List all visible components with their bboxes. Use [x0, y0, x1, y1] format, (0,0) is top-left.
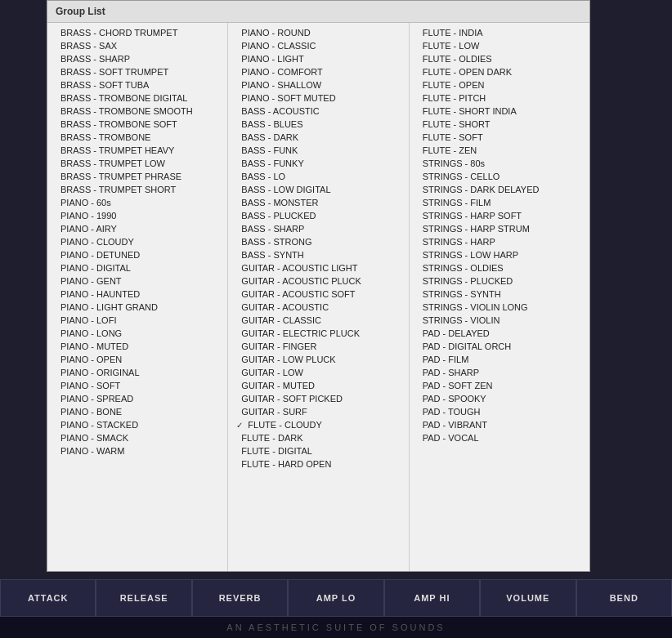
dropdown-item[interactable]: STRINGS - FILM — [410, 196, 589, 209]
dropdown-item[interactable]: BASS - FUNK — [228, 144, 408, 157]
dropdown-item[interactable]: PIANO - GENT — [47, 274, 227, 288]
dropdown-item[interactable]: PIANO - CLOUDY — [47, 235, 227, 248]
dropdown-item[interactable]: STRINGS - DARK DELAYED — [410, 183, 589, 196]
dropdown-item[interactable]: FLUTE - OPEN — [410, 78, 589, 91]
dropdown-item[interactable]: PAD - SPOOKY — [410, 392, 589, 405]
dropdown-item[interactable]: PIANO - ROUND — [228, 26, 408, 39]
dropdown-item[interactable]: STRINGS - CELLO — [410, 170, 589, 183]
dropdown-item[interactable]: PIANO - AIRY — [47, 222, 227, 235]
dropdown-item[interactable]: PIANO - SHALLOW — [228, 78, 408, 91]
amp-lo-button[interactable]: AMP LO — [288, 579, 383, 617]
dropdown-item[interactable]: BRASS - SAX — [47, 39, 227, 52]
dropdown-item[interactable]: PIANO - OPEN — [47, 353, 227, 366]
dropdown-item[interactable]: GUITAR - LOW — [228, 366, 408, 379]
dropdown-item[interactable]: GUITAR - CLASSIC — [228, 314, 408, 327]
dropdown-item[interactable]: BASS - STRONG — [228, 235, 408, 248]
dropdown-item[interactable]: PIANO - LONG — [47, 327, 227, 340]
dropdown-item[interactable]: FLUTE - HARD OPEN — [228, 457, 408, 471]
dropdown-item[interactable]: STRINGS - PLUCKED — [410, 274, 589, 288]
dropdown-item[interactable]: PAD - SHARP — [410, 366, 589, 379]
dropdown-item[interactable]: PIANO - LIGHT GRAND — [47, 301, 227, 314]
dropdown-item[interactable]: BRASS - TROMBONE — [47, 131, 227, 144]
dropdown-item[interactable]: PAD - VOCAL — [410, 431, 589, 444]
dropdown-item[interactable]: STRINGS - LOW HARP — [410, 248, 589, 261]
volume-button[interactable]: VOLUME — [480, 579, 576, 617]
dropdown-item[interactable]: FLUTE - ZEN — [410, 144, 589, 157]
dropdown-item[interactable]: FLUTE - LOW — [410, 39, 589, 52]
dropdown-item[interactable]: BRASS - TRUMPET SHORT — [47, 183, 227, 196]
dropdown-item[interactable]: PIANO - SPREAD — [47, 392, 227, 405]
dropdown-item[interactable]: BRASS - SOFT TRUMPET — [47, 65, 227, 78]
dropdown-item[interactable]: PIANO - CLASSIC — [228, 39, 408, 52]
dropdown-item[interactable]: PAD - TOUGH — [410, 405, 589, 418]
dropdown-item[interactable]: PAD - DIGITAL ORCH — [410, 340, 589, 353]
dropdown-item[interactable]: PIANO - SOFT — [47, 379, 227, 392]
dropdown-item[interactable]: STRINGS - SYNTH — [410, 288, 589, 301]
dropdown-item[interactable]: PAD - VIBRANT — [410, 418, 589, 431]
dropdown-item[interactable]: BASS - ACOUSTIC — [228, 105, 408, 118]
dropdown-item[interactable]: PIANO - LIGHT — [228, 52, 408, 65]
dropdown-item[interactable]: PIANO - LOFI — [47, 314, 227, 327]
dropdown-item[interactable]: GUITAR - ACOUSTIC LIGHT — [228, 261, 408, 274]
dropdown-item[interactable]: GUITAR - ACOUSTIC — [228, 301, 408, 314]
dropdown-item[interactable]: GUITAR - ACOUSTIC SOFT — [228, 288, 408, 301]
dropdown-item[interactable]: BRASS - TRUMPET LOW — [47, 157, 227, 170]
reverb-button[interactable]: REVERB — [192, 579, 288, 617]
dropdown-item[interactable]: STRINGS - HARP STRUM — [410, 222, 589, 235]
dropdown-item[interactable]: FLUTE - DARK — [228, 431, 408, 444]
dropdown-item[interactable]: BASS - LO — [228, 170, 408, 183]
dropdown-item[interactable]: GUITAR - ACOUSTIC PLUCK — [228, 274, 408, 288]
dropdown-item[interactable]: BASS - FUNKY — [228, 157, 408, 170]
dropdown-item[interactable]: BRASS - TRUMPET HEAVY — [47, 144, 227, 157]
dropdown-item[interactable]: BASS - MONSTER — [228, 196, 408, 209]
dropdown-item[interactable]: STRINGS - VIOLIN — [410, 314, 589, 327]
dropdown-item[interactable]: STRINGS - 80s — [410, 157, 589, 170]
dropdown-item[interactable]: GUITAR - SURF — [228, 405, 408, 418]
dropdown-item[interactable]: PIANO - HAUNTED — [47, 288, 227, 301]
dropdown-item[interactable]: PIANO - 60s — [47, 196, 227, 209]
dropdown-item[interactable]: BRASS - SHARP — [47, 52, 227, 65]
dropdown-item[interactable]: BASS - LOW DIGITAL — [228, 183, 408, 196]
dropdown-item[interactable]: BASS - SYNTH — [228, 248, 408, 261]
dropdown-item[interactable]: PAD - SOFT ZEN — [410, 379, 589, 392]
amp-hi-button[interactable]: AMP HI — [384, 579, 480, 617]
dropdown-item[interactable]: PIANO - DETUNED — [47, 248, 227, 261]
dropdown-item[interactable]: GUITAR - ELECTRIC PLUCK — [228, 327, 408, 340]
dropdown-item[interactable]: PAD - FILM — [410, 353, 589, 366]
dropdown-item[interactable]: FLUTE - OPEN DARK — [410, 65, 589, 78]
dropdown-item[interactable]: FLUTE - INDIA — [410, 26, 589, 39]
dropdown-item[interactable]: STRINGS - OLDIES — [410, 261, 589, 274]
dropdown-item[interactable]: FLUTE - CLOUDY — [228, 418, 408, 431]
attack-button[interactable]: ATTACK — [0, 579, 96, 617]
dropdown-item[interactable]: BRASS - CHORD TRUMPET — [47, 26, 227, 39]
dropdown-item[interactable]: BRASS - TRUMPET PHRASE — [47, 170, 227, 183]
dropdown-item[interactable]: PIANO - ORIGINAL — [47, 366, 227, 379]
dropdown-item[interactable]: BASS - DARK — [228, 131, 408, 144]
dropdown-item[interactable]: BASS - SHARP — [228, 222, 408, 235]
dropdown-item[interactable]: PIANO - DIGITAL — [47, 261, 227, 274]
dropdown-item[interactable]: PIANO - COMFORT — [228, 65, 408, 78]
dropdown-item[interactable]: PIANO - SMACK — [47, 431, 227, 444]
dropdown-item[interactable]: PIANO - MUTED — [47, 340, 227, 353]
dropdown-item[interactable]: GUITAR - MUTED — [228, 379, 408, 392]
dropdown-item[interactable]: BASS - PLUCKED — [228, 209, 408, 222]
dropdown-item[interactable]: PIANO - BONE — [47, 405, 227, 418]
dropdown-item[interactable]: BRASS - TROMBONE DIGITAL — [47, 91, 227, 105]
dropdown-item[interactable]: PIANO - 1990 — [47, 209, 227, 222]
dropdown-item[interactable]: GUITAR - SOFT PICKED — [228, 392, 408, 405]
dropdown-item[interactable]: PIANO - SOFT MUTED — [228, 91, 408, 105]
dropdown-item[interactable]: STRINGS - VIOLIN LONG — [410, 301, 589, 314]
dropdown-item[interactable]: FLUTE - SHORT — [410, 118, 589, 131]
dropdown-item[interactable]: FLUTE - SOFT — [410, 131, 589, 144]
dropdown-item[interactable]: GUITAR - LOW PLUCK — [228, 353, 408, 366]
dropdown-item[interactable]: BRASS - SOFT TUBA — [47, 78, 227, 91]
release-button[interactable]: RELEASE — [96, 579, 191, 617]
dropdown-item[interactable]: GUITAR - FINGER — [228, 340, 408, 353]
dropdown-item[interactable]: PIANO - WARM — [47, 444, 227, 457]
dropdown-item[interactable]: BRASS - TROMBONE SOFT — [47, 118, 227, 131]
dropdown-item[interactable]: BASS - BLUES — [228, 118, 408, 131]
dropdown-item[interactable]: FLUTE - PITCH — [410, 91, 589, 105]
dropdown-item[interactable]: STRINGS - HARP SOFT — [410, 209, 589, 222]
dropdown-item[interactable]: BRASS - TROMBONE SMOOTH — [47, 105, 227, 118]
dropdown-item[interactable]: PAD - DELAYED — [410, 327, 589, 340]
